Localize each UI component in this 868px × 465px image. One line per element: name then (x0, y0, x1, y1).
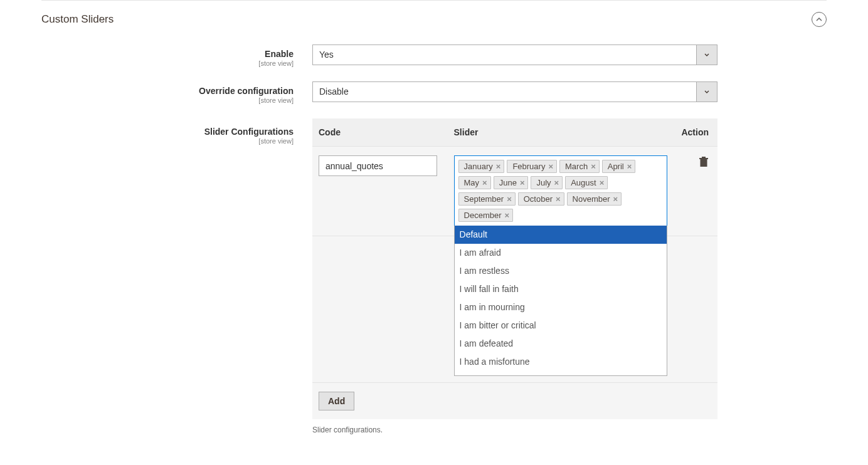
th-slider: Slider (448, 118, 674, 147)
tag-remove-icon[interactable]: × (554, 179, 559, 187)
slider-dropdown[interactable]: DefaultI am afraidI am restlessI will fa… (454, 226, 667, 376)
collapse-toggle[interactable] (812, 12, 827, 27)
th-code: Code (312, 118, 448, 147)
section-header[interactable]: Custom Sliders (0, 1, 868, 27)
tag-remove-icon[interactable]: × (548, 162, 553, 170)
tag: February× (507, 160, 557, 173)
section-title: Custom Sliders (41, 13, 114, 26)
override-label: Override configuration (41, 85, 294, 97)
enable-label: Enable (41, 48, 294, 60)
slider-config-table: Code Slider Action January× (312, 118, 717, 419)
dropdown-option[interactable]: I am defeated (455, 335, 667, 353)
svg-rect-1 (699, 158, 708, 159)
slider-multiselect[interactable]: January×February×March×April×May×June×Ju… (454, 155, 667, 227)
slider-config-scope: [store view] (41, 137, 294, 145)
tag-label: May (464, 178, 480, 187)
tag-remove-icon[interactable]: × (627, 162, 632, 170)
override-select-value: Disable (312, 81, 696, 102)
th-action: Action (674, 118, 717, 147)
chevron-up-icon (816, 18, 822, 21)
override-scope: [store view] (41, 97, 294, 105)
trash-icon (699, 157, 709, 168)
tag-label: January (464, 162, 493, 171)
tag-label: March (565, 162, 588, 171)
tag: December× (458, 209, 514, 222)
dropdown-option[interactable]: I am in mourning (455, 298, 667, 316)
tag: October× (518, 192, 564, 206)
tag: January× (458, 160, 505, 173)
tag: September× (458, 192, 516, 206)
tag-label: July (536, 178, 551, 187)
tag: March× (559, 160, 600, 173)
tag-label: August (571, 178, 596, 187)
tag-label: June (499, 178, 517, 187)
enable-select-arrow[interactable] (696, 44, 717, 65)
enable-scope: [store view] (41, 60, 294, 68)
delete-row-button[interactable] (699, 157, 709, 170)
tag-label: September (464, 194, 504, 204)
tag-remove-icon[interactable]: × (591, 162, 596, 170)
slider-config-help: Slider configurations. (312, 426, 717, 434)
tag-remove-icon[interactable]: × (613, 195, 618, 203)
tag-remove-icon[interactable]: × (520, 179, 525, 187)
tag: July× (531, 176, 563, 189)
dropdown-option[interactable]: I am afraid (455, 244, 667, 262)
svg-rect-2 (702, 157, 706, 158)
tag-label: February (512, 162, 545, 171)
override-select[interactable]: Disable (312, 81, 717, 102)
chevron-down-icon (704, 90, 709, 93)
tag: August× (565, 176, 608, 189)
tag-label: November (573, 194, 610, 204)
dropdown-option[interactable]: I am discouraged (455, 371, 667, 376)
dropdown-option[interactable]: I will fall in faith (455, 280, 667, 298)
override-select-arrow[interactable] (696, 81, 717, 102)
tag-remove-icon[interactable]: × (600, 179, 605, 187)
tag-label: October (524, 194, 553, 204)
add-button[interactable]: Add (319, 392, 354, 410)
dropdown-option[interactable]: Default (455, 226, 667, 244)
slider-config-label: Slider Configurations (41, 126, 294, 137)
code-input[interactable] (319, 155, 437, 176)
tag-remove-icon[interactable]: × (556, 195, 561, 203)
tag-remove-icon[interactable]: × (507, 195, 512, 203)
tag-label: April (608, 162, 624, 171)
tag-label: December (464, 211, 502, 220)
dropdown-option[interactable]: I am bitter or critical (455, 316, 667, 335)
dropdown-option[interactable]: I am restless (455, 262, 667, 280)
svg-rect-0 (701, 159, 707, 167)
enable-select-value: Yes (312, 44, 696, 65)
tag-remove-icon[interactable]: × (505, 211, 510, 219)
tag: November× (567, 192, 622, 206)
enable-select[interactable]: Yes (312, 44, 717, 65)
dropdown-option[interactable]: I had a misfortune (455, 353, 667, 371)
tag: June× (494, 176, 529, 189)
tag: May× (458, 176, 491, 189)
tag-remove-icon[interactable]: × (496, 162, 501, 170)
tag-remove-icon[interactable]: × (482, 179, 487, 187)
table-row: January×February×March×April×May×June×Ju… (312, 147, 717, 236)
chevron-down-icon (704, 53, 709, 56)
tag: April× (602, 160, 636, 173)
